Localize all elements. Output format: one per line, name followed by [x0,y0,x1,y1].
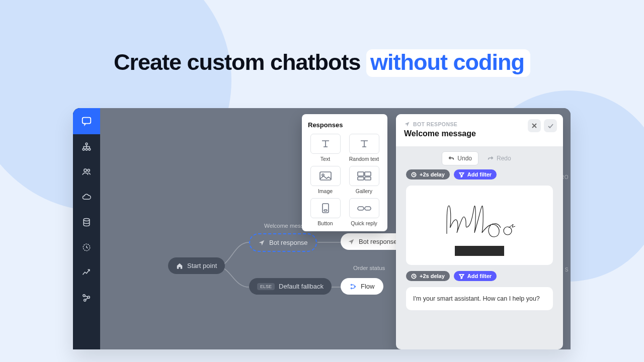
node-fallback[interactable]: ELSE Default fallback [249,278,332,295]
hierarchy-icon [82,142,92,152]
node-label: Start point [187,262,217,269]
button-icon [317,203,334,214]
svg-point-4 [89,148,91,150]
add-filter-chip[interactable]: Add filter [454,271,497,281]
gallery-icon [356,170,373,182]
clock-icon [411,172,417,177]
check-icon [547,123,554,129]
app-window: Start point Welcome message Bot response… [73,108,571,349]
send-icon [258,239,265,246]
send-icon [348,238,355,245]
response-image[interactable]: Image [308,166,343,194]
node-label: Bot response [359,238,397,245]
node-start[interactable]: Start point [168,257,225,274]
clock-icon [411,274,417,279]
chat-icon [81,116,92,127]
users-icon [82,167,92,177]
svg-point-14 [354,286,355,287]
svg-rect-17 [358,172,364,176]
cloud-icon [82,192,92,202]
app-logo[interactable] [73,108,100,134]
send-icon [404,121,410,127]
node-label: Flow [361,283,374,290]
hero-headline: Create custom chatbots without coding [0,49,644,75]
image-block[interactable] [406,186,553,265]
response-random-text[interactable]: Random text [347,134,381,162]
database-icon [82,217,92,227]
filter-icon [459,274,464,279]
close-icon [531,123,537,129]
undo-icon [448,155,454,161]
message-text: I'm your smart assistant. How can I help… [413,295,540,302]
nodes-icon [82,293,92,303]
home-icon [176,262,183,269]
node-bot-response[interactable]: Bot response [341,233,405,250]
nav-flows[interactable] [73,134,100,159]
nav-analytics[interactable] [73,260,100,285]
sidebar [73,108,100,349]
delay-chip[interactable]: +2s delay [406,271,450,281]
nav-history[interactable] [73,235,100,260]
close-button[interactable] [528,119,541,132]
svg-point-7 [84,219,90,221]
delay-chip[interactable]: +2s delay [406,169,450,179]
filter-icon [459,172,464,177]
response-text[interactable]: Text [308,134,343,162]
svg-point-10 [88,296,90,298]
node-caption-order: Order status [353,265,385,271]
node-label: Bot response [269,239,308,246]
node-bot-response-selected[interactable]: Bot response [249,233,317,252]
svg-point-6 [88,169,90,171]
svg-rect-23 [358,207,364,210]
nav-integrations[interactable] [73,285,100,310]
stub-label: S [565,267,569,273]
response-quick-reply[interactable]: Quick reply [347,198,381,226]
svg-point-2 [83,148,85,150]
redo-button[interactable]: Redo [481,151,517,165]
nav-users[interactable] [73,159,100,185]
text-icon [317,138,334,149]
confirm-button[interactable] [544,119,557,132]
svg-rect-15 [320,172,331,180]
text-icon [356,138,373,149]
svg-point-12 [351,284,352,285]
image-icon [317,170,334,182]
response-button[interactable]: Button [308,198,343,226]
svg-rect-22 [324,210,327,211]
nav-data[interactable] [73,210,100,235]
text-block[interactable]: I'm your smart assistant. How can I help… [406,287,553,310]
svg-point-5 [84,169,87,171]
quick-reply-icon [356,203,373,214]
popover-title: Responses [308,121,381,129]
redo-icon [488,155,494,161]
clock-icon [82,242,92,252]
svg-rect-19 [358,177,364,180]
svg-point-13 [351,288,352,289]
nav-ai[interactable] [73,185,100,210]
trend-icon [82,267,92,278]
undo-button[interactable]: Undo [442,151,478,165]
svg-point-1 [86,143,88,145]
else-badge: ELSE [257,283,275,290]
node-flow[interactable]: Flow [341,278,383,295]
editor-panel: BOT RESPONSE Welcome message Undo Redo +… [396,114,563,349]
svg-rect-24 [365,207,371,210]
svg-point-9 [83,295,85,297]
node-label: Default fallback [279,283,324,290]
branch-icon [350,283,357,290]
svg-rect-0 [83,118,91,124]
add-filter-chip[interactable]: Add filter [454,169,497,179]
response-gallery[interactable]: Gallery [347,166,381,194]
hello-image [439,199,520,244]
panel-header: BOT RESPONSE Welcome message [396,114,563,146]
svg-point-3 [86,148,88,150]
panel-toolbar: Undo Redo [396,146,563,169]
svg-rect-18 [365,172,371,176]
responses-popover: Responses Text Random text Image Gallery… [302,114,387,231]
svg-rect-20 [365,177,371,180]
